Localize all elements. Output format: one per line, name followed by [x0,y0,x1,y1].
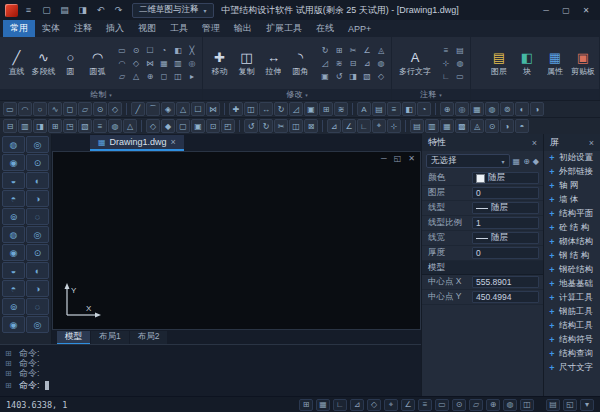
ribbon-tool-button[interactable]: ↔ 拉伸 [260,47,287,79]
tool-icon[interactable]: ◧ [171,44,185,57]
status-toggle-icon[interactable]: ⊿ [350,399,364,411]
properties-tool-icon[interactable]: ⊕ [523,157,530,166]
dock-tool-icon[interactable]: ◒ [2,172,25,189]
toolbar-icon[interactable]: ⊿ [327,119,341,133]
tool-icon[interactable]: ⊟ [346,57,360,70]
toolbar-icon[interactable] [322,120,323,132]
document-tab[interactable]: ▦ Drawing1.dwg × [90,135,184,151]
tool-icon[interactable]: ▧ [360,70,374,83]
toolbar-icon[interactable]: ╱ [131,102,145,116]
tool-icon[interactable]: ▸ [185,70,199,83]
layout-tab[interactable]: 模型 [57,331,90,344]
toolbar-icon[interactable]: ◓ [515,119,529,133]
toolbar-icon[interactable]: ◔ [417,102,431,116]
toolbar-icon[interactable]: ◈ [161,102,175,116]
toolbar-icon[interactable]: ⊕ [440,102,454,116]
dock-tool-icon[interactable]: ◉ [2,154,25,171]
tool-icon[interactable]: ▭ [115,44,129,57]
toolbar-icon[interactable]: ◆ [161,119,175,133]
screen-menu-item[interactable]: + 钢砼结构 [544,263,600,277]
toolbar-icon[interactable]: ▩ [455,119,469,133]
dock-tool-icon[interactable]: ◓ [2,280,25,297]
undo-icon[interactable]: ↶ [93,3,108,17]
toolbar-icon[interactable]: ⊚ [500,102,514,116]
toolbar-icon[interactable]: ▥ [425,119,439,133]
toolbar-icon[interactable]: ◑ [500,119,514,133]
toolbar-icon[interactable]: ◰ [221,119,235,133]
tool-icon[interactable]: ▦ [157,57,171,70]
tool-icon[interactable]: ⊞ [332,44,346,57]
toolbar-icon[interactable]: ⋈ [206,102,220,116]
toolbar-icon[interactable]: ⊠ [304,119,318,133]
property-value[interactable]: 随层 [472,202,539,214]
toolbar-icon[interactable]: ◬ [470,119,484,133]
ribbon-tab[interactable]: 常用 [3,20,35,37]
toolbar-icon[interactable]: △ [123,119,137,133]
tool-icon[interactable]: ◔ [157,44,171,57]
toolbar-icon[interactable]: ◇ [146,119,160,133]
status-toggle-icon[interactable]: ◫ [520,399,534,411]
toolbar-icon[interactable]: ◫ [244,102,258,116]
ribbon-tab[interactable]: 扩展工具 [259,20,309,37]
ribbon-panel-button[interactable]: ◧ 块 [514,49,540,77]
tool-icon[interactable]: ⊕ [143,70,157,83]
properties-tool-icon[interactable]: ▦ [513,157,521,166]
dock-tool-icon[interactable]: ◐ [26,262,49,279]
tool-icon[interactable]: ▱ [115,70,129,83]
status-toggle-icon[interactable]: ▦ [316,399,330,411]
toolbar-icon[interactable] [352,103,353,115]
dock-tool-icon[interactable]: ◉ [2,316,25,333]
toolbar-icon[interactable]: ≋ [334,102,348,116]
ribbon-tab[interactable]: 实体 [35,20,67,37]
tool-icon[interactable]: ◎ [185,57,199,70]
status-toggle-icon[interactable]: ▱ [469,399,483,411]
ribbon-panel-button[interactable]: ▤ 图层 [486,49,512,77]
tool-icon[interactable]: ◫ [171,70,185,83]
dock-tool-icon[interactable]: ⊚ [2,208,25,225]
ribbon-tab[interactable]: 工具 [163,20,195,37]
status-toggle-icon[interactable]: ≡ [418,399,432,411]
toolbar-icon[interactable]: ▤ [372,102,386,116]
toolbar-icon[interactable] [405,120,406,132]
toolbar-icon[interactable]: ▦ [470,102,484,116]
toolbar-icon[interactable]: ◠ [18,102,32,116]
open-file-icon[interactable]: ▤ [57,3,72,17]
group-label-annotate[interactable]: 注释▾ [392,89,470,100]
ribbon-tool-button[interactable]: ○ 圆 [57,47,84,79]
toolbar-icon[interactable]: ⊙ [485,119,499,133]
toolbar-icon[interactable]: ≡ [387,102,401,116]
toolbar-icon[interactable]: ▭ [3,102,17,116]
toolbar-icon[interactable]: ∠ [342,119,356,133]
dock-tool-icon[interactable]: ◌ [26,298,49,315]
toolbar-icon[interactable]: ☐ [191,102,205,116]
dock-tool-icon[interactable]: ◑ [26,190,49,207]
status-toggle-icon[interactable]: ∟ [333,399,347,411]
tool-icon[interactable]: ◬ [374,44,388,57]
tool-icon[interactable]: ▤ [453,44,467,57]
ribbon-tool-button[interactable]: ✚ 移动 [206,47,233,79]
status-toggle-icon[interactable]: ▾ [580,399,594,411]
toolbar-icon[interactable] [239,120,240,132]
status-toggle-icon[interactable]: ⌖ [384,399,398,411]
status-toggle-icon[interactable]: ▭ [435,399,449,411]
toolbar-icon[interactable] [126,103,127,115]
dock-tool-icon[interactable]: ◑ [26,280,49,297]
toolbar-icon[interactable]: ▦ [440,119,454,133]
minimize-button[interactable]: ─ [537,3,555,18]
toolbar-icon[interactable]: ⊹ [387,119,401,133]
toolbar-icon[interactable]: ↻ [274,102,288,116]
toolbar-icon[interactable]: ○ [33,102,47,116]
screen-menu-item[interactable]: + 结构符号 [544,333,600,347]
toolbar-icon[interactable]: ⊞ [319,102,333,116]
tool-icon[interactable]: ◍ [453,57,467,70]
ribbon-tab[interactable]: 注释 [67,20,99,37]
screen-menu-item[interactable]: + 结构查询 [544,347,600,361]
status-toggle-icon[interactable]: ⊙ [452,399,466,411]
layout-tab[interactable]: 布局1 [91,331,129,344]
doc-restore-icon[interactable]: ◱ [394,154,402,163]
toolbar-icon[interactable]: ▣ [304,102,318,116]
status-toggle-icon[interactable]: ◍ [503,399,517,411]
toolbar-icon[interactable]: ◍ [485,102,499,116]
toolbar-icon[interactable]: ✂ [274,119,288,133]
tool-icon[interactable]: ▭ [453,70,467,83]
